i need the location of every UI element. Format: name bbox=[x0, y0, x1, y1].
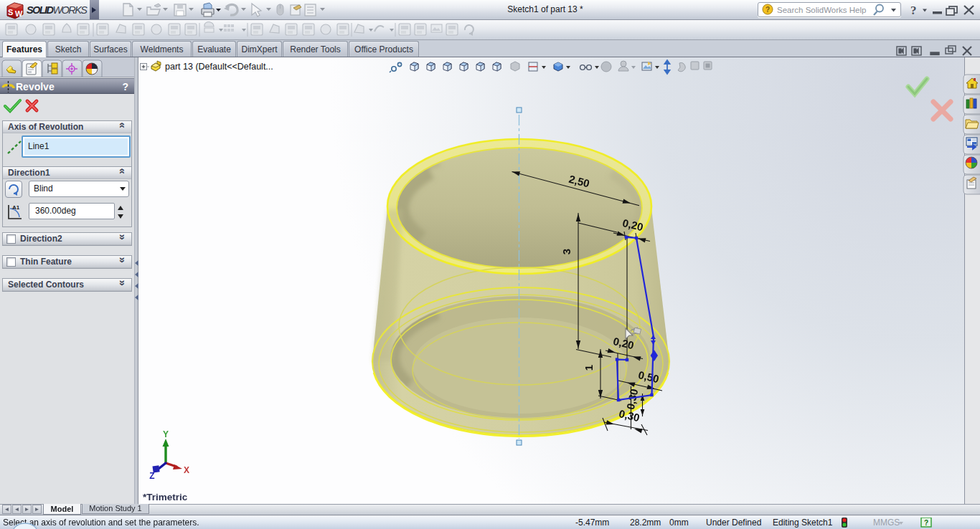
svg-text:SOLIDWORKS: SOLIDWORKS bbox=[27, 4, 88, 16]
svg-text:?: ? bbox=[924, 519, 928, 527]
svg-text:S: S bbox=[8, 8, 13, 16]
svg-text:3: 3 bbox=[560, 249, 573, 254]
svg-text:Z: Z bbox=[149, 471, 154, 481]
svg-text:*Trimetric: *Trimetric bbox=[143, 492, 188, 502]
svg-text:Y: Y bbox=[163, 429, 169, 439]
svg-text:X: X bbox=[184, 465, 189, 475]
svg-text:part 13 (Default<<Default...: part 13 (Default<<Default... bbox=[165, 62, 273, 72]
svg-text:A1: A1 bbox=[12, 204, 20, 211]
svg-text:?: ? bbox=[910, 4, 917, 17]
svg-text:W: W bbox=[15, 9, 23, 18]
svg-text:?: ? bbox=[765, 6, 770, 14]
svg-text:1: 1 bbox=[583, 365, 595, 371]
